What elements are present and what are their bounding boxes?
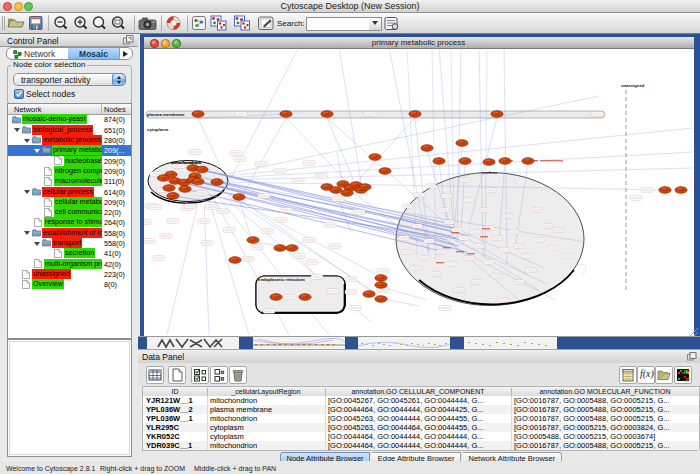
svg-text:mitochondrion: mitochondrion: [171, 160, 201, 165]
svg-text:endoplasmic reticulum: endoplasmic reticulum: [258, 276, 305, 281]
svg-text:unassigned: unassigned: [621, 83, 645, 88]
svg-text:plasma membrane: plasma membrane: [147, 112, 185, 117]
svg-text:cytoplasm: cytoplasm: [147, 127, 168, 132]
